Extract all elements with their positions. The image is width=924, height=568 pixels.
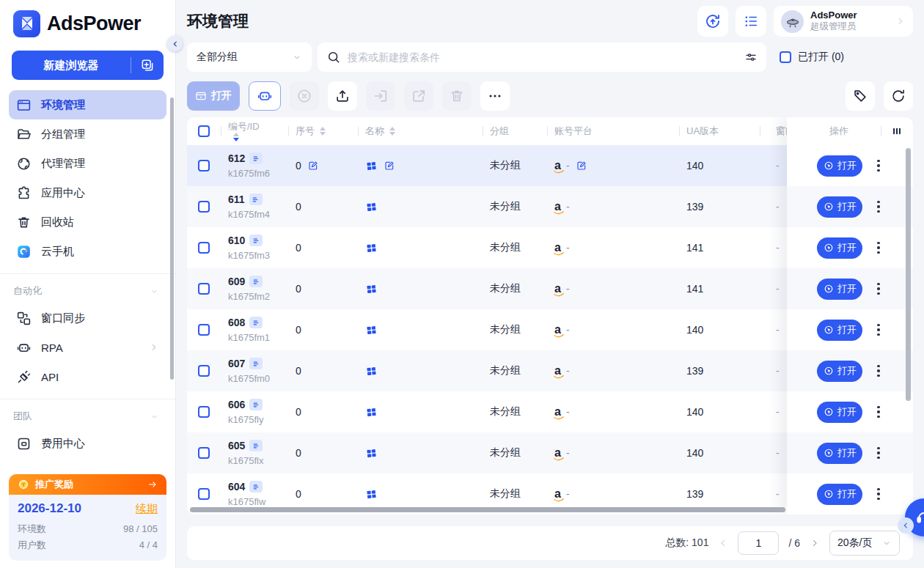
edit-serial-icon[interactable] <box>307 160 319 171</box>
row-checkbox[interactable] <box>198 365 210 377</box>
prev-page-button[interactable] <box>718 538 728 548</box>
select-all-checkbox[interactable] <box>198 125 210 137</box>
open-profile-button[interactable]: 打开 <box>817 237 862 259</box>
sidebar-collapse-button[interactable] <box>167 36 183 51</box>
note-badge-icon[interactable] <box>249 399 263 410</box>
table-vertical-scrollbar[interactable] <box>906 148 911 401</box>
list-view-button[interactable] <box>736 6 766 37</box>
note-badge-icon[interactable] <box>249 358 263 369</box>
share-button[interactable] <box>404 81 433 111</box>
row-menu-button[interactable] <box>874 444 883 462</box>
table-row-actions: 打开 <box>787 473 913 514</box>
sidebar-section-label[interactable]: 团队 <box>9 407 166 429</box>
sync-upload-button[interactable] <box>697 6 728 37</box>
page-input[interactable] <box>738 531 779 555</box>
row-menu-button[interactable] <box>874 485 883 504</box>
page-size-select[interactable]: 20条/页 <box>829 531 900 556</box>
delete-button[interactable] <box>442 81 472 111</box>
note-badge-icon[interactable] <box>249 440 263 451</box>
window-value: - <box>776 201 780 213</box>
chevron-right-icon <box>149 342 159 353</box>
group-filter-select[interactable]: 全部分组 <box>187 43 312 72</box>
sidebar-scrollbar[interactable] <box>170 97 174 380</box>
row-menu-button[interactable] <box>874 239 883 257</box>
row-checkbox[interactable] <box>198 447 210 459</box>
row-menu-button[interactable] <box>874 362 883 380</box>
col-name[interactable]: 名称 <box>358 117 483 145</box>
sidebar-item-globe[interactable]: 代理管理 <box>9 149 166 178</box>
serial-number: 0 <box>296 406 301 418</box>
sidebar-item-cloud-phone[interactable]: 云手机 <box>9 237 166 266</box>
row-checkbox[interactable] <box>198 406 210 418</box>
tags-button[interactable] <box>846 81 875 111</box>
row-menu-button[interactable] <box>874 157 883 175</box>
col-id[interactable]: 编号/ID <box>221 117 288 145</box>
note-badge-icon[interactable] <box>249 317 263 328</box>
note-badge-icon[interactable] <box>249 193 263 205</box>
row-checkbox[interactable] <box>198 242 210 254</box>
user-menu[interactable]: AdsPower 超级管理员 <box>774 6 913 37</box>
open-profile-button[interactable]: 打开 <box>817 196 862 218</box>
row-menu-button[interactable] <box>874 403 883 421</box>
row-checkbox[interactable] <box>198 488 210 500</box>
support-collapse-button[interactable] <box>898 517 914 534</box>
row-menu-button[interactable] <box>874 198 883 216</box>
quick-create-icon[interactable] <box>131 58 164 73</box>
opened-filter[interactable]: 已打开 (0) <box>780 51 844 64</box>
referral-banner[interactable]: 推广奖励 <box>9 474 166 495</box>
opened-checkbox[interactable] <box>780 51 791 63</box>
brand-name: AdsPower <box>47 12 141 35</box>
rpa-task-button[interactable] <box>249 81 281 111</box>
row-checkbox[interactable] <box>198 324 210 336</box>
open-profile-button[interactable]: 打开 <box>817 279 862 300</box>
export-button[interactable] <box>328 81 357 111</box>
note-badge-icon[interactable] <box>249 152 263 164</box>
search-input[interactable] <box>348 51 738 63</box>
platform-account: - <box>566 201 570 213</box>
open-profile-button[interactable]: 打开 <box>817 484 862 505</box>
edit-platform-icon[interactable] <box>576 160 587 171</box>
sidebar-item-robot[interactable]: RPA <box>9 333 166 362</box>
sort-seq-icon[interactable] <box>320 127 326 136</box>
bulk-open-button[interactable]: 打开 <box>187 81 240 111</box>
open-profile-button[interactable]: 打开 <box>817 155 862 177</box>
sort-id-icon[interactable] <box>233 133 239 141</box>
close-profiles-button[interactable] <box>290 81 319 111</box>
note-badge-icon[interactable] <box>249 235 263 246</box>
table-horizontal-scrollbar[interactable] <box>190 507 785 512</box>
next-page-button[interactable] <box>810 538 820 548</box>
open-profile-button[interactable]: 打开 <box>817 361 862 382</box>
open-profile-button[interactable]: 打开 <box>817 443 862 464</box>
group-name: 未分组 <box>490 200 521 213</box>
refresh-button[interactable] <box>884 81 913 111</box>
profile-code: k1675fm0 <box>228 373 270 385</box>
sidebar-item-label: 应用中心 <box>41 186 85 200</box>
col-ua: UA版本 <box>679 117 760 145</box>
column-settings-icon[interactable] <box>881 125 903 137</box>
edit-name-icon[interactable] <box>384 160 395 171</box>
sidebar-item-win-sync[interactable]: 窗口同步 <box>9 303 166 333</box>
sidebar-item-billing[interactable]: 费用中心 <box>9 429 166 458</box>
note-badge-icon[interactable] <box>249 276 263 287</box>
sidebar-item-api-plug[interactable]: API <box>9 362 166 391</box>
col-seq[interactable]: 序号 <box>288 117 358 145</box>
open-profile-button[interactable]: 打开 <box>817 320 862 341</box>
move-to-group-button[interactable] <box>366 81 395 111</box>
sidebar-item-puzzle[interactable]: 应用中心 <box>9 178 166 207</box>
row-checkbox[interactable] <box>198 160 210 171</box>
row-menu-button[interactable] <box>874 321 883 339</box>
row-checkbox[interactable] <box>198 201 210 213</box>
filter-sliders-icon[interactable] <box>744 51 758 64</box>
sidebar-item-folder[interactable]: 分组管理 <box>9 119 166 149</box>
sidebar-item-browser-window[interactable]: 环境管理 <box>9 90 166 119</box>
sort-name-icon[interactable] <box>389 127 395 136</box>
open-profile-button[interactable]: 打开 <box>817 402 862 423</box>
note-badge-icon[interactable] <box>249 481 263 493</box>
sidebar-section-label[interactable]: 自动化 <box>9 281 166 303</box>
new-browser-button[interactable]: 新建浏览器 <box>12 51 164 80</box>
renew-link[interactable]: 续期 <box>136 502 158 516</box>
more-actions-button[interactable] <box>480 81 510 111</box>
row-menu-button[interactable] <box>874 280 883 298</box>
sidebar-item-trash[interactable]: 回收站 <box>9 207 166 237</box>
row-checkbox[interactable] <box>198 283 210 295</box>
